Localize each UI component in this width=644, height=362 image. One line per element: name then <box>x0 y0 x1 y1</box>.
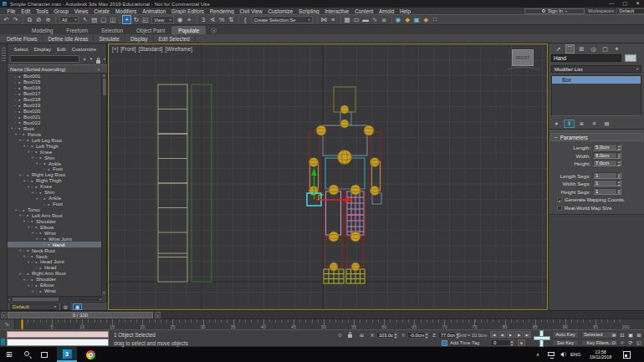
toggle-scene-explorer-icon[interactable]: ▦ <box>343 15 352 24</box>
viewcube[interactable]: FRONT <box>512 49 534 66</box>
pin-stack-icon[interactable]: ∗ <box>551 120 562 128</box>
viewport-renderer-menu[interactable]: [Standard] <box>138 46 162 52</box>
parameters-rollout-header[interactable]: − Parameters <box>550 133 643 141</box>
tree-item-left-thigh[interactable]: ▾○●Left Thigh <box>8 143 102 149</box>
left-foot-box[interactable] <box>324 269 344 283</box>
task-view-icon[interactable] <box>41 352 48 358</box>
maxscript-mini-listener[interactable] <box>7 339 109 346</box>
select-and-rotate-icon[interactable]: ↻ <box>131 15 141 24</box>
viewport-general-menu[interactable]: [+] <box>112 46 118 52</box>
bind-to-space-warp-icon[interactable]: ≋ <box>43 15 53 24</box>
left-thigh-outer-box[interactable] <box>324 190 343 237</box>
tree-item-wrist-joint[interactable]: ▾○●Wrist Joint <box>8 236 102 242</box>
percent-snap-icon[interactable]: % <box>217 15 227 24</box>
modifier-list-dropdown[interactable]: Modifier List ▾ <box>551 65 641 73</box>
clear-search-icon[interactable]: ✕ <box>81 55 88 63</box>
menu-item[interactable]: Interactive <box>322 8 352 14</box>
configure-modifier-sets-icon[interactable]: ▤ <box>601 120 612 128</box>
spinner-icon[interactable] <box>509 340 514 345</box>
spinner-icon[interactable] <box>616 145 621 150</box>
scrollbar-thumb[interactable] <box>13 298 59 301</box>
menu-item[interactable]: Views <box>71 8 90 14</box>
viewport-shading-menu[interactable]: [Wireframe] <box>165 46 192 52</box>
menu-item[interactable]: Scripting <box>296 8 322 14</box>
checkbox-icon[interactable]: ✓ <box>557 197 562 202</box>
tree-item-neck-root[interactable]: ▾○●Neck Root <box>8 247 102 253</box>
maximize-button[interactable]: ▢ <box>622 0 627 8</box>
explorer-display-icon[interactable]: ◍ <box>61 303 70 310</box>
menu-item[interactable]: Tools <box>33 8 51 14</box>
ribbon-tab[interactable]: Modeling <box>25 26 60 34</box>
tree-item-ankle[interactable]: ▾○●Ankle <box>8 196 102 201</box>
language-indicator[interactable]: ENG <box>570 352 581 357</box>
add-time-tag-icon[interactable] <box>442 340 447 346</box>
create-tab-icon[interactable]: ↗ <box>554 44 563 54</box>
zoom-all-icon[interactable]: ⊡ <box>618 331 626 339</box>
mirror-icon[interactable]: ⋈ <box>319 15 329 24</box>
sort-direction-icon[interactable]: ▴ <box>98 67 100 71</box>
scroll-up-icon[interactable]: ▴ <box>102 74 106 78</box>
previous-key-button[interactable]: ‹ <box>1 312 7 319</box>
y-coordinate-field[interactable]: -0.0cm <box>407 332 429 339</box>
curve-editor-icon[interactable]: ∿ <box>371 15 380 24</box>
spinner-icon[interactable] <box>393 333 397 338</box>
modifier-stack-item[interactable]: Box <box>552 76 641 84</box>
tree-item-head[interactable]: ○●Head <box>8 265 102 271</box>
explorer-horizontal-scrollbar[interactable]: ◂ ▸ <box>8 296 102 301</box>
tree-item-right-leg-root[interactable]: ▾○●Right Leg Root <box>8 172 102 178</box>
hierarchy-tab-icon[interactable]: ⊞ <box>577 44 586 54</box>
current-frame-marker[interactable] <box>21 319 23 329</box>
tree-item-shoulder[interactable]: ▾○●Shoulder <box>8 277 102 283</box>
ribbon-tab[interactable]: Freeform <box>60 26 95 34</box>
time-slider-handle[interactable]: 0 / 100 <box>8 312 153 319</box>
remove-modifier-icon[interactable]: ✕ <box>589 120 600 128</box>
tree-item-shoulder[interactable]: ▾○●Shoulder <box>8 218 102 224</box>
tree-item-pelvis[interactable]: ▾○●Pelvis <box>8 131 102 137</box>
render-in-cloud-icon[interactable]: ∷ <box>431 15 440 24</box>
menu-item[interactable]: File <box>4 8 18 14</box>
previous-frame-button[interactable]: ◀| <box>498 331 506 338</box>
tree-item-right-arm-root[interactable]: ▾○●Right Arm Root <box>8 271 102 277</box>
action-center-icon[interactable] <box>623 351 631 359</box>
start-button-icon[interactable]: ⊞ <box>6 351 13 359</box>
tree-item-box019[interactable]: ○●Box019 <box>8 103 102 109</box>
ribbon-button[interactable]: Display <box>125 34 154 43</box>
menu-item[interactable]: Help <box>397 8 414 14</box>
material-editor-icon[interactable]: ◉ <box>394 15 403 24</box>
tree-item-box015[interactable]: ○●Box015 <box>8 79 102 85</box>
show-end-result-icon[interactable]: ‖ <box>564 120 575 128</box>
window-crossing-icon[interactable]: ◫ <box>108 15 117 24</box>
ribbon-tab[interactable]: Populate <box>171 26 206 34</box>
go-to-end-button[interactable]: ▶| <box>524 331 531 338</box>
next-frame-button[interactable]: |▶ <box>515 331 523 338</box>
rendered-frame-window-icon[interactable]: ▣ <box>412 15 422 24</box>
field-of-view-icon[interactable]: ⊙ <box>610 339 618 347</box>
select-object-icon[interactable]: ↖ <box>80 15 89 24</box>
ribbon-tab[interactable]: Selection <box>95 26 130 34</box>
zoom-extents-all-icon[interactable]: ⊞ <box>635 331 643 339</box>
selection-filter-dropdown[interactable]: All▾ <box>59 16 79 23</box>
schematic-view-icon[interactable]: ⧈ <box>380 15 389 24</box>
unlink-selection-icon[interactable]: ⊘ <box>34 15 43 24</box>
ribbon-button[interactable]: Edit Selected <box>154 34 196 43</box>
maxscript-mini-listener-macro[interactable] <box>7 331 109 338</box>
named-selection-sets-dropdown[interactable]: Create Selection Se▾ <box>252 16 313 23</box>
taskbar-3dsmax-app[interactable]: 3 <box>57 347 77 362</box>
viewport-canvas[interactable] <box>109 44 547 309</box>
tree-item-wrist[interactable]: ▾○●Wrist <box>8 230 102 236</box>
tree-item-box021[interactable]: ○●Box021 <box>8 115 102 120</box>
select-and-link-icon[interactable]: ⧉ <box>25 15 34 24</box>
select-and-manipulate-icon[interactable]: ⌖ <box>185 15 194 24</box>
align-icon[interactable]: ≡ <box>329 15 338 24</box>
tree-item-shin[interactable]: ▾○●Shin <box>8 190 102 196</box>
spinner-icon[interactable] <box>616 161 621 166</box>
snaps-toggle-icon[interactable]: 3 <box>199 15 208 24</box>
pan-icon[interactable]: ⊹ <box>618 339 626 347</box>
maximize-viewport-toggle-icon[interactable]: ◱ <box>635 339 643 347</box>
filter-icon[interactable]: ▼ <box>88 55 95 63</box>
tree-item-box020[interactable]: ○●Box020 <box>8 109 102 115</box>
explorer-vertical-scrollbar[interactable]: ▴ ▾ <box>101 74 106 295</box>
scrollbar-thumb[interactable] <box>103 79 106 95</box>
menu-item[interactable]: Group <box>51 8 71 14</box>
tree-item-shin[interactable]: ▾○●Shin <box>8 155 102 161</box>
